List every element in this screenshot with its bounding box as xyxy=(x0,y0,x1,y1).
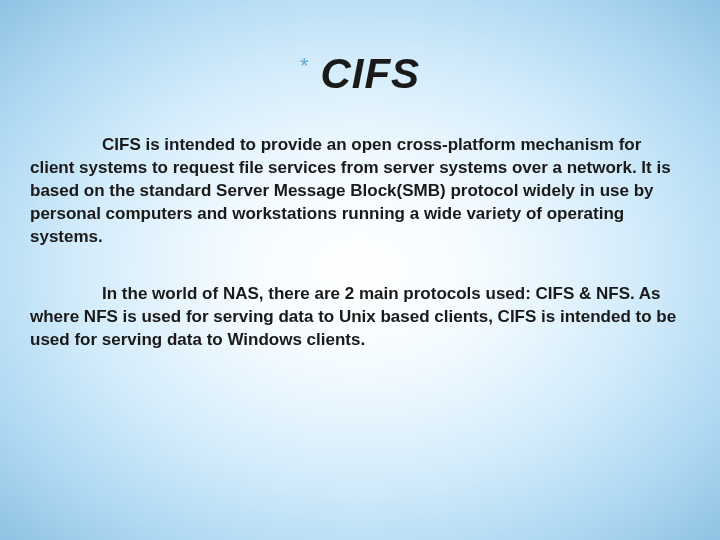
star-icon: * xyxy=(300,55,309,77)
paragraph-2: In the world of NAS, there are 2 main pr… xyxy=(30,283,690,352)
body-text: CIFS is intended to provide an open cros… xyxy=(30,134,690,352)
slide: * CIFS CIFS is intended to provide an op… xyxy=(0,0,720,540)
paragraph-1: CIFS is intended to provide an open cros… xyxy=(30,134,690,249)
slide-title: CIFS xyxy=(320,50,420,98)
heading-row: * CIFS xyxy=(30,50,690,98)
